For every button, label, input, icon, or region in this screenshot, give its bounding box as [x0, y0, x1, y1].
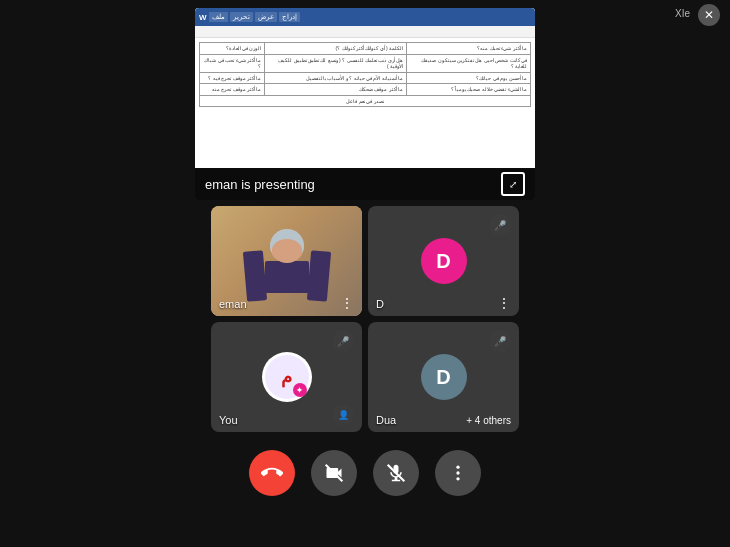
table-row: نصدر في نعم فاعل — [200, 95, 531, 107]
presenter-area: W ملف تحرير عرض إدراج ما أكثر شيء تحبك م… — [195, 8, 535, 200]
you-avatar-inner: ﻡ ✦ — [265, 355, 309, 399]
presenter-name: eman is presenting — [205, 177, 315, 192]
you-logo: ﻡ — [281, 366, 292, 388]
dua-mute-badge: 🎤 — [489, 330, 511, 352]
table-cell: ما أكثر موقف ضحكك — [265, 84, 407, 96]
mic-off-icon — [386, 463, 406, 483]
screen-container: ✕ XIe W ملف تحرير عرض إدراج ما أكثر — [0, 0, 730, 547]
participant-tile-eman: eman ⋮ — [211, 206, 362, 316]
participant-tile-d1: 🎤 D D ⋮ — [368, 206, 519, 316]
table-cell: الوزن في العادة؟ — [200, 43, 265, 55]
d1-options-button[interactable]: ⋮ — [497, 296, 511, 310]
close-icon: ✕ — [704, 8, 714, 22]
you-mute-badge: 🎤 — [332, 330, 354, 352]
you-avatar: ﻡ ✦ — [262, 352, 312, 402]
presenter-bar: eman is presenting ⤢ — [195, 168, 535, 200]
svg-point-2 — [456, 466, 459, 469]
d1-avatar: D — [421, 238, 467, 284]
table-cell: ما أكثر موقف تحرج فيه ؟ — [200, 72, 265, 84]
eman-name-badge: eman — [219, 298, 247, 310]
doc-table: ما أكثر شيء تحبك منه؟ الكلمة ( أي كنواتك… — [199, 42, 531, 107]
participant-tile-dua: 🎤 D Dua + 4 others — [368, 322, 519, 432]
microphone-button[interactable] — [373, 450, 419, 496]
table-cell: ما أتمنياته الآم في حياته ؟ و الأسباب با… — [265, 72, 407, 84]
end-call-button[interactable] — [249, 450, 295, 496]
svg-point-4 — [456, 477, 459, 480]
others-count-badge: + 4 others — [466, 415, 511, 426]
table-row: في كانت شخص احبى هل تفتكرين سيتكون صديقك… — [200, 54, 531, 72]
toolbar-btn-4: إدراج — [279, 12, 300, 22]
d1-mute-badge: 🎤 — [489, 214, 511, 236]
table-cell: ما أكثر شيء تحب في شباك ؟ — [200, 54, 265, 72]
table-cell: هل أرى ذنب تعلمك للنفسى ؟ ( وتسع لك تطبق… — [265, 54, 407, 72]
dua-mute-icon: 🎤 — [494, 336, 506, 347]
dua-avatar: D — [421, 354, 467, 400]
svg-point-3 — [456, 471, 459, 474]
phone-end-icon — [261, 462, 283, 484]
word-icon: W — [199, 13, 207, 22]
you-name-badge: You — [219, 414, 238, 426]
toolbar-btn-1: ملف — [209, 12, 228, 22]
table-cell: ما أحسن يوم في حياتك؟ — [407, 72, 531, 84]
you-logo-dot: ✦ — [296, 386, 303, 395]
table-cell: ما الشيء تقضي خلاله صحبك يومياً ؟ — [407, 84, 531, 96]
document-preview: W ملف تحرير عرض إدراج ما أكثر شيء تحبك م… — [195, 8, 535, 168]
close-button[interactable]: ✕ — [698, 4, 720, 26]
mute-slash-icon: 🎤 — [494, 220, 506, 231]
you-no-video-badge: 👤 — [332, 404, 354, 426]
table-row: ما أحسن يوم في حياتك؟ ما أتمنياته الآم ف… — [200, 72, 531, 84]
d1-name-badge: D — [376, 298, 384, 310]
table-row: ما الشيء تقضي خلاله صحبك يومياً ؟ ما أكث… — [200, 84, 531, 96]
participant-tile-you: 🎤 ﻡ ✦ You 👤 — [211, 322, 362, 432]
doc-table-area: ما أكثر شيء تحبك منه؟ الكلمة ( أي كنواتك… — [195, 38, 535, 111]
control-bar — [195, 440, 535, 506]
table-cell: في كانت شخص احبى هل تفتكرين سيتكون صديقك… — [407, 54, 531, 72]
participants-grid: eman ⋮ 🎤 D D ⋮ 🎤 ﻡ ✦ — [195, 200, 535, 438]
dua-name-badge: Dua — [376, 414, 396, 426]
eman-options-button[interactable]: ⋮ — [340, 296, 354, 310]
more-icon — [448, 463, 468, 483]
toolbar-btn-2: تحرير — [230, 12, 253, 22]
doc-toolbar: W ملف تحرير عرض إدراج — [195, 8, 535, 26]
table-row: ما أكثر شيء تحبك منه؟ الكلمة ( أي كنواتك… — [200, 43, 531, 55]
expand-icon: ⤢ — [509, 179, 517, 190]
camera-off-icon — [324, 463, 344, 483]
doc-content: W ملف تحرير عرض إدراج ما أكثر شيء تحبك م… — [195, 8, 535, 168]
meeting-id: XIe — [675, 8, 690, 19]
table-cell: الكلمة ( أي كنواتك أكثر كنواتك ؟) — [265, 43, 407, 55]
table-cell: ما أكثر موقف تحرج منه — [200, 84, 265, 96]
table-cell: نصدر في نعم فاعل — [200, 95, 531, 107]
doc-ribbon — [195, 26, 535, 38]
camera-button[interactable] — [311, 450, 357, 496]
more-options-button[interactable] — [435, 450, 481, 496]
no-video-icon: 👤 — [338, 410, 349, 420]
you-mute-icon: 🎤 — [337, 336, 349, 347]
expand-button[interactable]: ⤢ — [501, 172, 525, 196]
toolbar-btn-3: عرض — [255, 12, 277, 22]
table-cell: ما أكثر شيء تحبك منه؟ — [407, 43, 531, 55]
